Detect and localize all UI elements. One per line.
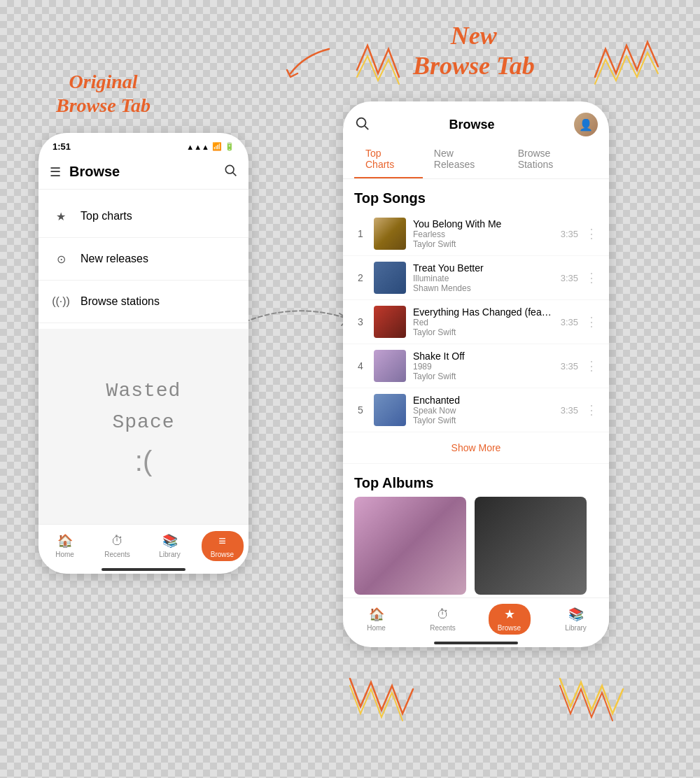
wasted-space-area: WastedSpace :( bbox=[38, 329, 248, 524]
nav-library-right[interactable]: 📚 Library bbox=[555, 604, 597, 635]
left-phone-header: ☰ Browse bbox=[38, 157, 248, 190]
song-art-4 bbox=[374, 350, 406, 382]
song-item-4[interactable]: 4 Shake It Off 1989 Taylor Swift 3:35 ⋮ bbox=[343, 344, 609, 388]
song-more-1[interactable]: ⋮ bbox=[585, 226, 598, 241]
recents-icon-right: ⏱ bbox=[437, 607, 449, 622]
search-icon-left[interactable] bbox=[223, 163, 237, 181]
home-icon-right: 🏠 bbox=[369, 607, 384, 622]
nav-library-label-right: Library bbox=[565, 624, 587, 632]
bottom-nav-right: 🏠 Home ⏱ Recents ★ Browse 📚 Library bbox=[343, 597, 609, 637]
menu-list: ★ Top charts ⊙ New releases ((·)) Browse… bbox=[38, 190, 248, 329]
home-bar-right bbox=[434, 642, 518, 644]
album-card-2[interactable] bbox=[475, 497, 587, 595]
scroll-content: Top Songs 1 You Belong With Me Fearless … bbox=[343, 179, 609, 597]
song-duration-1: 3:35 bbox=[561, 229, 578, 239]
bottom-nav-left: 🏠 Home ⏱ Recents 📚 Library ≡ Browse bbox=[38, 524, 248, 564]
song-item-5[interactable]: 5 Enchanted Speak Now Taylor Swift 3:35 … bbox=[343, 388, 609, 432]
nav-home-label-left: Home bbox=[55, 551, 74, 558]
song-album-4: 1989 bbox=[413, 362, 554, 372]
svg-point-2 bbox=[357, 118, 366, 127]
menu-item-browse-stations[interactable]: ((·)) Browse stations bbox=[38, 281, 248, 323]
song-rank-1: 1 bbox=[354, 228, 367, 239]
browse-title-right: Browse bbox=[449, 118, 494, 132]
tab-new-releases[interactable]: New Releases bbox=[423, 142, 507, 178]
nav-recents-label-left: Recents bbox=[104, 551, 130, 558]
song-rank-4: 4 bbox=[354, 360, 367, 372]
song-artist-5: Taylor Swift bbox=[413, 416, 554, 425]
song-duration-4: 3:35 bbox=[561, 361, 578, 372]
song-album-5: Speak Now bbox=[413, 406, 554, 416]
song-more-2[interactable]: ⋮ bbox=[585, 270, 598, 285]
signal-icon: ▲▲▲ bbox=[186, 143, 209, 151]
nav-browse-left[interactable]: ≡ Browse bbox=[202, 531, 244, 561]
song-art-3 bbox=[374, 306, 406, 338]
tabs-bar: Top Charts New Releases Browse Stations bbox=[343, 142, 609, 179]
top-charts-label: Top charts bbox=[80, 210, 132, 222]
new-releases-label: New releases bbox=[80, 253, 148, 265]
menu-item-new-releases[interactable]: ⊙ New releases bbox=[38, 238, 248, 281]
song-item-3[interactable]: 3 Everything Has Changed (feat. Ed... Re… bbox=[343, 300, 609, 344]
song-info-3: Everything Has Changed (feat. Ed... Red … bbox=[413, 306, 554, 337]
albums-grid bbox=[343, 497, 609, 597]
song-rank-5: 5 bbox=[354, 404, 367, 416]
song-info-1: You Belong With Me Fearless Taylor Swift bbox=[413, 218, 554, 249]
song-album-2: Illuminate bbox=[413, 274, 554, 283]
song-art-5 bbox=[374, 394, 406, 426]
label-new: New Browse Tab bbox=[413, 21, 535, 81]
song-duration-2: 3:35 bbox=[561, 273, 578, 283]
song-info-2: Treat You Better Illuminate Shawn Mendes bbox=[413, 262, 554, 293]
song-more-4[interactable]: ⋮ bbox=[585, 358, 598, 374]
battery-icon: 🔋 bbox=[225, 142, 234, 151]
song-info-5: Enchanted Speak Now Taylor Swift bbox=[413, 395, 554, 425]
song-name-4: Shake It Off bbox=[413, 351, 554, 362]
nav-home-right[interactable]: 🏠 Home bbox=[356, 604, 398, 635]
zigzag-top-right bbox=[588, 35, 672, 91]
song-artist-3: Taylor Swift bbox=[413, 327, 554, 337]
browse-icon-right: ★ bbox=[504, 607, 515, 622]
album-card-1[interactable] bbox=[354, 497, 466, 595]
hamburger-icon[interactable]: ☰ bbox=[50, 164, 61, 180]
status-icons-left: ▲▲▲ 📶 🔋 bbox=[186, 142, 234, 151]
svg-line-1 bbox=[233, 173, 237, 176]
nav-browse-label-right: Browse bbox=[498, 624, 521, 632]
top-songs-title: Top Songs bbox=[343, 179, 609, 212]
phone-right: Browse 👤 Top Charts New Releases Browse … bbox=[343, 101, 609, 647]
user-avatar[interactable]: 👤 bbox=[574, 113, 598, 136]
search-icon-right[interactable] bbox=[354, 115, 370, 134]
song-rank-2: 2 bbox=[354, 272, 367, 283]
song-duration-3: 3:35 bbox=[561, 317, 578, 327]
nav-home-label-right: Home bbox=[367, 624, 386, 632]
time-left: 1:51 bbox=[52, 141, 71, 152]
tab-top-charts[interactable]: Top Charts bbox=[354, 142, 423, 178]
nav-library-left[interactable]: 📚 Library bbox=[149, 530, 191, 561]
library-icon-right: 📚 bbox=[568, 607, 584, 622]
song-art-1 bbox=[374, 218, 406, 250]
song-artist-2: Shawn Mendes bbox=[413, 283, 554, 293]
song-album-3: Red bbox=[413, 318, 554, 327]
song-name-1: You Belong With Me bbox=[413, 218, 554, 229]
nav-home-left[interactable]: 🏠 Home bbox=[44, 530, 86, 561]
menu-item-top-charts[interactable]: ★ Top charts bbox=[38, 195, 248, 238]
sad-face: :( bbox=[135, 446, 152, 477]
nav-browse-right[interactable]: ★ Browse bbox=[489, 604, 531, 635]
nav-recents-label-right: Recents bbox=[430, 624, 456, 632]
status-bar-left: 1:51 ▲▲▲ 📶 🔋 bbox=[38, 133, 248, 157]
nav-library-label-left: Library bbox=[159, 551, 181, 558]
nav-recents-left[interactable]: ⏱ Recents bbox=[97, 531, 139, 561]
top-albums-title: Top Albums bbox=[343, 464, 609, 497]
label-original: Original Browse Tab bbox=[56, 70, 150, 117]
song-duration-5: 3:35 bbox=[561, 405, 578, 416]
song-item-2[interactable]: 2 Treat You Better Illuminate Shawn Mend… bbox=[343, 256, 609, 300]
library-icon-left: 📚 bbox=[162, 533, 178, 549]
song-item-1[interactable]: 1 You Belong With Me Fearless Taylor Swi… bbox=[343, 212, 609, 256]
nav-recents-right[interactable]: ⏱ Recents bbox=[422, 604, 464, 635]
browse-stations-label: Browse stations bbox=[80, 295, 160, 308]
svg-point-0 bbox=[225, 165, 234, 174]
arrow-between-phones bbox=[238, 294, 357, 350]
show-more-button[interactable]: Show More bbox=[343, 432, 609, 464]
tab-browse-stations[interactable]: Browse Stations bbox=[507, 142, 598, 178]
song-more-5[interactable]: ⋮ bbox=[585, 402, 598, 418]
home-bar-left bbox=[102, 568, 186, 571]
song-album-1: Fearless bbox=[413, 229, 554, 239]
song-more-3[interactable]: ⋮ bbox=[585, 314, 598, 330]
